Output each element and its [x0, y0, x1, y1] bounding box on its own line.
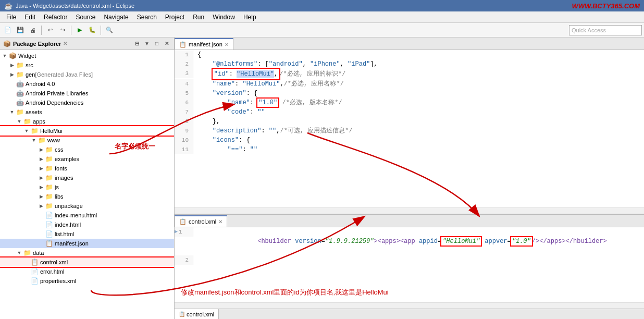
menu-help[interactable]: Help — [239, 13, 261, 22]
tree-manifest-json[interactable]: 📋 manifest.json — [0, 239, 174, 248]
toolbar-save[interactable]: 💾 — [15, 24, 26, 36]
ctrl-line-1: ▶1 <hbuilder version="1.9.9.21259"><apps… — [175, 227, 644, 255]
index-menu-icon: 📄 — [45, 211, 53, 219]
tree-error-html[interactable]: 📄 error.html — [0, 267, 174, 276]
tree-toggle-data[interactable]: ▼ — [16, 250, 23, 255]
code-line-4: 4 "name": "HelloMui",/*必选, 应用名称*/ — [175, 79, 644, 89]
line-num-8: 8 — [175, 117, 193, 126]
tree-toggle-fonts[interactable]: ▶ — [38, 166, 45, 171]
manifest-code-editor[interactable]: 1 { 2 "@nlatforms": ["android", "iPhone"… — [175, 50, 644, 207]
tab-manifest-close[interactable]: ✕ — [225, 42, 229, 47]
tree-toggle-src[interactable]: ▶ — [8, 63, 16, 68]
toolbar-run[interactable]: ▶ — [74, 24, 85, 36]
ctrl-line-2: 2 — [175, 255, 644, 265]
line-content-9: "description": "",/*可选, 应用描述信息*/ — [193, 126, 353, 136]
quick-access-label: Quick Access — [572, 27, 606, 33]
toolbar-sep-3 — [101, 26, 101, 35]
tree-dependencies[interactable]: 🤖 Android Dependencies — [0, 98, 174, 107]
tree-src[interactable]: ▶ 📁 src — [0, 60, 174, 70]
tree-libs[interactable]: ▶ 📁 libs — [0, 192, 174, 201]
tree-index-menu[interactable]: 📄 index-menu.html — [0, 211, 174, 220]
tree-data-folder[interactable]: ▼ 📁 data — [0, 248, 174, 257]
tree-js[interactable]: ▶ 📁 js — [0, 182, 174, 192]
tree-label-fonts: fonts — [55, 165, 67, 171]
tree-toggle-unpack[interactable]: ▶ — [38, 203, 45, 208]
panel-close-icon[interactable]: ✕ — [63, 41, 67, 46]
tree-toggle-images[interactable]: ▶ — [38, 175, 45, 180]
tree-control-xml[interactable]: 📋 control.xml — [0, 257, 174, 267]
assets-icon: 📁 — [16, 108, 24, 116]
toolbar-sep-2 — [71, 26, 71, 35]
tree-widget[interactable]: ▼ 📦 Widget — [0, 51, 174, 60]
code-line-2: 2 "@nlatforms": ["android", "iPhone", "i… — [175, 59, 644, 69]
tree-toggle-www[interactable]: ▼ — [30, 138, 38, 143]
tree-toggle-hello[interactable]: ▼ — [23, 128, 30, 133]
menu-run[interactable]: Run — [189, 13, 208, 22]
toolbar-print[interactable]: 🖨 — [27, 24, 39, 36]
right-panel: 📋 manifest.json ✕ 1 { 2 — [175, 38, 644, 319]
tab-control-xml[interactable]: 📋 control.xml ✕ — [175, 215, 227, 227]
menu-project[interactable]: Project — [161, 13, 189, 22]
control-code-editor[interactable]: ▶1 <hbuilder version="1.9.9.21259"><apps… — [175, 227, 644, 283]
panel-max-icon[interactable]: □ — [153, 40, 161, 48]
menu-window[interactable]: Window — [208, 13, 239, 22]
toolbar-debug[interactable]: 🐛 — [86, 24, 98, 36]
panel-menu-icon[interactable]: ▼ — [143, 40, 151, 48]
tree-properties-xml[interactable]: 📄 properties.xml — [0, 276, 174, 286]
toolbar-undo[interactable]: ↩ — [44, 24, 56, 36]
tree-fonts[interactable]: ▶ 📁 fonts — [0, 164, 174, 173]
bottom-scrollbar[interactable] — [175, 302, 644, 309]
menu-source[interactable]: Source — [71, 13, 100, 22]
menu-navigate[interactable]: Navigate — [100, 13, 132, 22]
tree-assets[interactable]: ▼ 📁 assets — [0, 107, 174, 117]
toolbar-new[interactable]: 📄 — [2, 24, 14, 36]
top-scrollbar[interactable] — [175, 207, 644, 214]
tree-label-examples: examples — [55, 156, 79, 162]
images-icon: 📁 — [45, 174, 53, 182]
tree-toggle-ex[interactable]: ▶ — [38, 156, 45, 162]
apps-icon: 📁 — [23, 117, 31, 126]
tree-private-libs[interactable]: 🤖 Android Private Libraries — [0, 89, 174, 98]
tree-examples[interactable]: ▶ 📁 examples — [0, 154, 174, 164]
tree-android40[interactable]: 🤖 Android 4.0 — [0, 79, 174, 89]
tree-toggle-widget[interactable]: ▼ — [1, 53, 8, 58]
menu-refactor[interactable]: Refactor — [40, 13, 71, 22]
toolbar-redo[interactable]: ↪ — [57, 24, 68, 36]
tab-manifest-json[interactable]: 📋 manifest.json ✕ — [175, 38, 233, 50]
bottom-tab-control[interactable]: 📋 control.xml — [175, 309, 219, 320]
panel-close-x[interactable]: ✕ — [163, 40, 171, 48]
tree-list-html[interactable]: 📄 list.html — [0, 229, 174, 239]
tree-css[interactable]: ▶ 📁 css — [0, 145, 174, 154]
tree-index-html[interactable]: 📄 index.html — [0, 220, 174, 229]
tree-toggle-css[interactable]: ▶ — [38, 147, 45, 152]
private-libs-icon: 🤖 — [16, 89, 24, 97]
tree-toggle-gen[interactable]: ▶ — [8, 72, 16, 77]
tree-unpackage[interactable]: ▶ 📁 unpackage — [0, 201, 174, 211]
panel-collapse-icon[interactable]: ⊟ — [133, 40, 141, 48]
ctrl-line-num-1: ▶1 — [175, 227, 193, 237]
tree-toggle-libs[interactable]: ▶ — [38, 194, 45, 199]
tree-toggle-js[interactable]: ▶ — [38, 185, 45, 190]
line-content-10: "icons": { — [193, 136, 250, 145]
tree-www[interactable]: ▼ 📁 www — [0, 136, 174, 145]
tree-toggle-apps[interactable]: ▼ — [16, 119, 23, 124]
tab-manifest-icon: 📋 — [179, 41, 187, 48]
tree-label-apps: apps — [33, 118, 45, 125]
toolbar-search[interactable]: 🔍 — [104, 24, 115, 36]
tree-apps[interactable]: ▼ 📁 apps — [0, 117, 174, 126]
tree-images[interactable]: ▶ 📁 images — [0, 173, 174, 182]
tree-toggle-assets[interactable]: ▼ — [8, 109, 16, 115]
tree-area[interactable]: ▼ 📦 Widget ▶ 📁 src ▶ 📁 gen [Generated Ja… — [0, 50, 174, 319]
fonts-icon: 📁 — [45, 164, 53, 173]
menu-edit[interactable]: Edit — [20, 13, 40, 22]
menu-file[interactable]: File — [2, 13, 20, 22]
tree-hellomui[interactable]: ▼ 📁 HelloMui — [0, 126, 174, 136]
index-html-icon: 📄 — [45, 220, 53, 229]
tree-label-index-menu: index-menu.html — [55, 212, 97, 218]
tree-gen[interactable]: ▶ 📁 gen [Generated Java Files] — [0, 70, 174, 79]
bottom-annotation: 修改manifest.json和control.xml里面的id为你项目名,我这… — [175, 283, 644, 302]
widget-icon: 📦 — [8, 52, 17, 60]
bottom-editor-tabs: 📋 control.xml ✕ — [175, 215, 644, 227]
tab-control-close[interactable]: ✕ — [218, 219, 222, 225]
menu-search[interactable]: Search — [133, 13, 161, 22]
